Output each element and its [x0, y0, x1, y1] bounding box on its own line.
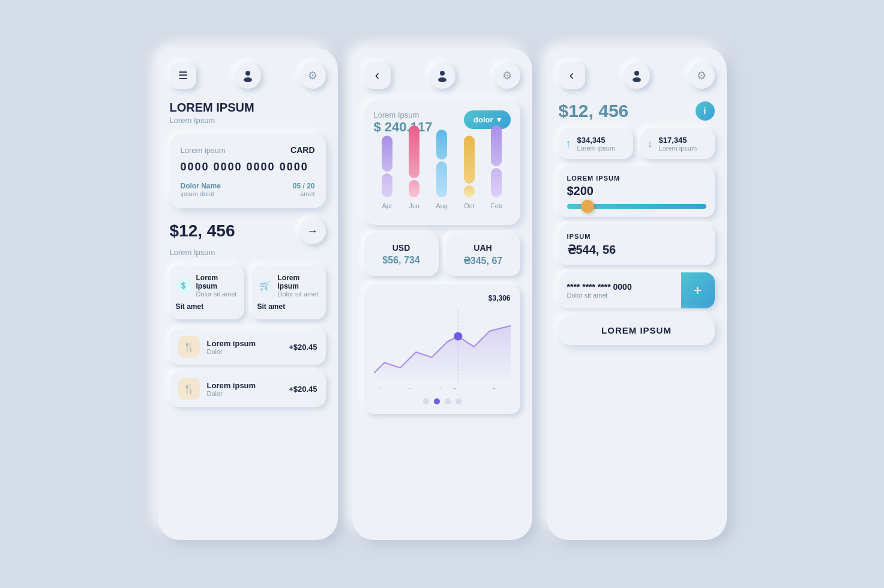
quick-actions: $ Lorem Ipsum Dolor sit amet Sit amet 🛒 …: [170, 265, 326, 319]
dot-3[interactable]: [456, 398, 462, 404]
card-add-info: **** **** **** 0000 Dolor sit amet: [559, 274, 681, 307]
section1-amount: $200: [567, 184, 706, 198]
bar-jun-bottom: [409, 180, 419, 197]
bar-oct-bottom: [464, 185, 475, 197]
arrow-down-icon: ↓: [648, 137, 653, 150]
card-top-row: Lorem ipsum CARD: [181, 145, 315, 155]
dropdown-chevron-icon: ▾: [497, 115, 501, 124]
s2-header-label: Lorem Ipsum: [374, 110, 433, 119]
bar-oct-top: [464, 136, 475, 184]
card-type: CARD: [290, 145, 314, 155]
section2-amount: ₴544, 56: [567, 242, 706, 257]
card-bottom-row: Dolor Name ipsum dolot 05 / 20 amet: [181, 182, 315, 197]
line-chart-svg: Apr Jun Aug Oct Feb: [374, 305, 511, 389]
bar-chart-card: Lorem Ipsum $ 240.117 dolor ▾ Apr: [364, 101, 520, 225]
income-value: $34,345: [577, 136, 616, 145]
card-label: Lorem ipsum: [181, 146, 226, 155]
trans-sub-1: Dolor: [207, 390, 289, 397]
bar-apr-bottom: [382, 173, 392, 197]
card-add-sub: Dolor sit amet: [567, 292, 673, 299]
trans-name-0: Lorem ipsum: [207, 339, 289, 348]
bar-label-feb: Feb: [491, 202, 502, 209]
back-button-3[interactable]: ‹: [559, 62, 585, 89]
bar-group-jun: Jun: [409, 125, 419, 209]
back-icon-2: ‹: [375, 68, 379, 83]
transaction-0[interactable]: 🍴 Lorem ipsum Dolor +$20.45: [170, 329, 326, 365]
bar-jun-top: [409, 125, 419, 178]
dot-2[interactable]: [445, 398, 451, 404]
trans-icon-0: 🍴: [178, 336, 200, 358]
transaction-1[interactable]: 🍴 Lorem ipsum Dolor +$20.45: [170, 371, 326, 407]
stat-expense: ↓ $17,345 Lorem ipsum: [640, 128, 715, 159]
card-expiry-label: 05 / 20: [293, 182, 315, 190]
avatar-2: [429, 62, 456, 89]
card-holder-sub: ipsum dolot: [181, 190, 221, 197]
card-holder-info: Dolor Name ipsum dolot: [181, 182, 221, 197]
trans-info-1: Lorem ipsum Dolor: [207, 381, 289, 397]
settings-button[interactable]: ⚙: [299, 62, 326, 89]
card-expiry-sub: amet: [293, 190, 315, 197]
info-icon: i: [704, 106, 706, 116]
main-action-button[interactable]: LOREM IPSUM: [559, 316, 715, 345]
line-chart-card: $3,306 Apr Jun Aug Oct: [364, 284, 520, 414]
quick-title-0: Lorem Ipsum: [196, 274, 238, 290]
balance-amount: $12, 456: [170, 221, 235, 241]
menu-button[interactable]: ☰: [170, 62, 196, 89]
line-chart-point: [454, 332, 462, 340]
dropdown-label: dolor: [474, 115, 493, 124]
income-label: Lorem ipsum: [577, 145, 616, 152]
avatar-3: [624, 62, 650, 89]
settings-icon-2: ⚙: [502, 69, 512, 82]
svg-point-3: [438, 77, 447, 82]
settings-button-2[interactable]: ⚙: [494, 62, 520, 89]
plus-icon: +: [693, 282, 702, 299]
bar-apr-top: [382, 136, 392, 172]
line-chart-label: $3,306: [374, 294, 511, 302]
dot-1[interactable]: [434, 398, 440, 404]
bar-group-feb: Feb: [491, 125, 502, 209]
screen3-header: ‹ ⚙: [559, 62, 715, 89]
expense-value: $17,345: [659, 136, 697, 145]
avatar: [235, 62, 261, 89]
bar-aug-top: [436, 130, 447, 160]
x-label-jun: Jun: [408, 387, 416, 389]
trans-sub-0: Dolor: [207, 348, 289, 355]
trans-icon-1: 🍴: [178, 378, 200, 400]
trans-amount-0: +$20.45: [289, 343, 317, 352]
settings-icon-3: ⚙: [697, 69, 706, 82]
quick-sub-0: Dolor sit amet: [196, 290, 238, 298]
settings-button-3[interactable]: ⚙: [688, 62, 715, 89]
trans-name-1: Lorem ipsum: [207, 381, 289, 390]
arrow-icon: →: [307, 225, 318, 238]
arrow-up-icon: ↑: [566, 137, 571, 150]
expense-label: Lorem ipsum: [659, 145, 697, 152]
dot-0[interactable]: [423, 398, 429, 404]
uah-label: UAH: [456, 243, 511, 253]
stat-income-info: $34,345 Lorem ipsum: [577, 136, 616, 152]
currency-usd[interactable]: USD $56, 734: [364, 233, 439, 276]
back-button-2[interactable]: ‹: [364, 62, 391, 89]
info-badge[interactable]: i: [696, 101, 715, 121]
line-area: [374, 326, 511, 383]
currency-uah[interactable]: UAH ₴345, 67: [446, 233, 520, 276]
bar-group-aug: Aug: [436, 125, 448, 209]
trans-info-0: Lorem ipsum Dolor: [207, 339, 289, 355]
uah-amount: ₴345, 67: [456, 255, 511, 266]
quick-action-1[interactable]: 🛒 Lorem Ipsum Dolor sit amet Sit amet: [251, 265, 326, 319]
screen-2: ‹ ⚙ Lorem Ipsum $ 240.117 dolor ▾: [352, 48, 532, 540]
screen1-header: ☰ ⚙: [170, 62, 326, 89]
svg-point-2: [440, 71, 445, 76]
card-number: 0000 0000 0000 0000: [181, 161, 315, 173]
add-card-button[interactable]: +: [681, 272, 715, 308]
svg-point-5: [633, 77, 641, 82]
slider-thumb[interactable]: [581, 200, 594, 213]
quick-action-0[interactable]: $ Lorem Ipsum Dolor sit amet Sit amet: [170, 265, 244, 319]
section1-label: LOREM IPSUM: [567, 175, 706, 182]
slider-track[interactable]: [567, 204, 706, 209]
bar-label-aug: Aug: [436, 202, 448, 209]
quick-action-label-1: Sit amet: [257, 302, 320, 311]
bar-feb-top: [491, 125, 502, 166]
quick-sub-1: Dolor sit amet: [278, 290, 320, 298]
svg-point-1: [244, 77, 252, 82]
balance-arrow-button[interactable]: →: [299, 218, 326, 244]
